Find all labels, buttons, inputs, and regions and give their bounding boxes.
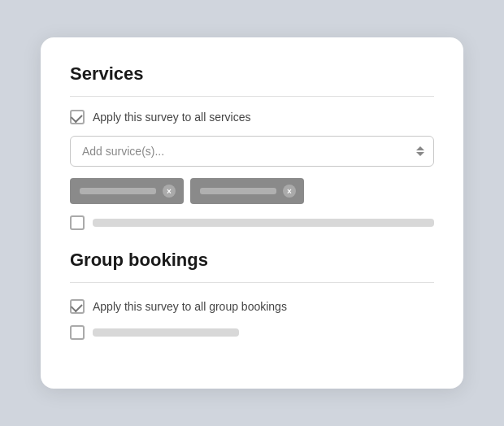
services-all-label: Apply this survey to all services bbox=[93, 111, 251, 124]
group-bookings-placeholder-bar bbox=[93, 328, 239, 337]
tag-text-placeholder bbox=[200, 188, 276, 194]
tag-item: × bbox=[190, 178, 304, 204]
group-bookings-all-label: Apply this survey to all group bookings bbox=[93, 300, 287, 313]
tag-text-placeholder bbox=[80, 188, 156, 194]
group-bookings-all-checkbox[interactable] bbox=[70, 299, 85, 314]
tags-row: × × bbox=[70, 178, 434, 204]
tag-close-button[interactable]: × bbox=[163, 185, 176, 198]
group-bookings-checkbox-row: Apply this survey to all group bookings bbox=[70, 299, 434, 314]
services-checkbox-row: Apply this survey to all services bbox=[70, 110, 434, 124]
services-select-wrapper: Add survice(s)... bbox=[70, 136, 434, 167]
tag-close-button[interactable]: × bbox=[283, 185, 296, 198]
group-bookings-section: Group bookings Apply this survey to all … bbox=[70, 250, 434, 340]
services-divider bbox=[70, 96, 434, 97]
services-select[interactable]: Add survice(s)... bbox=[70, 136, 434, 167]
tag-item: × bbox=[70, 178, 184, 204]
group-bookings-bar-row bbox=[70, 325, 434, 340]
services-title: Services bbox=[70, 63, 434, 85]
services-all-checkbox[interactable] bbox=[70, 110, 85, 124]
placeholder-bar bbox=[93, 219, 434, 227]
main-card: Services Apply this survey to all servic… bbox=[41, 37, 463, 389]
group-bookings-title: Group bookings bbox=[70, 250, 434, 271]
group-bookings-extra-checkbox[interactable] bbox=[70, 325, 85, 340]
placeholder-bar-row bbox=[70, 215, 434, 230]
services-extra-checkbox[interactable] bbox=[70, 215, 85, 230]
group-bookings-divider bbox=[70, 282, 434, 283]
services-section: Services Apply this survey to all servic… bbox=[70, 63, 434, 230]
